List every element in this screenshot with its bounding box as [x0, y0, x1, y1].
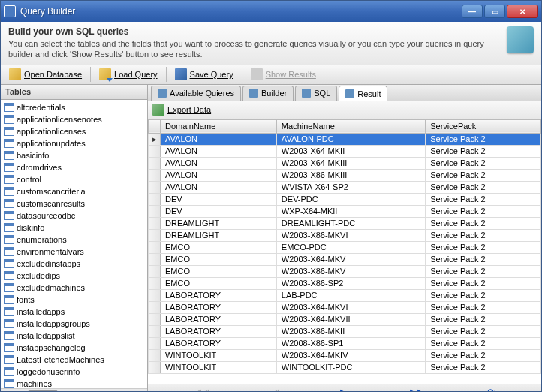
tab-sql[interactable]: SQL	[295, 86, 337, 101]
table-row[interactable]: DEVWXP-X64-MKIIService Pack 2	[149, 205, 541, 217]
table-cell: AVALON-PDC	[276, 133, 425, 145]
table-cell: Service Pack 2	[426, 361, 541, 373]
table-row[interactable]: AVALONW2003-X64-MKIIIService Pack 2	[149, 157, 541, 169]
table-row[interactable]: EMCOW2003-X86-MKVService Pack 2	[149, 265, 541, 277]
row-indicator	[149, 289, 161, 301]
table-item-label: installedappsgroups	[17, 319, 90, 328]
export-data-button[interactable]: Export Data	[167, 105, 211, 114]
table-cell: AVALON	[161, 157, 277, 169]
show-results-label: Show Results	[266, 70, 316, 79]
row-indicator	[149, 241, 161, 253]
row-indicator	[149, 337, 161, 349]
table-item[interactable]: instappschangelog	[2, 342, 146, 354]
table-item[interactable]: applicationlicenses	[2, 125, 146, 137]
table-item[interactable]: installedapps	[2, 306, 146, 318]
table-cell: AVALON	[161, 145, 277, 157]
table-row[interactable]: WINTOOLKITW2003-X64-MKIVService Pack 2	[149, 349, 541, 361]
table-cell: W2003-X86-MKVI	[276, 229, 425, 241]
column-header[interactable]: MachineName	[276, 119, 425, 133]
table-cell: Service Pack 2	[426, 301, 541, 313]
table-row[interactable]: EMCOW2003-X86-SP2Service Pack 2	[149, 277, 541, 289]
separator	[242, 67, 242, 82]
main-panel: Available QuieresBuilderSQLResult Export…	[148, 85, 541, 392]
result-grid[interactable]: DomainNameMachineNameServicePack▸AVALONA…	[148, 119, 541, 384]
tab-icon	[345, 89, 354, 98]
table-row[interactable]: LABORATORYW2003-X64-MKVIService Pack 2	[149, 301, 541, 313]
close-button[interactable]: ✕	[507, 5, 538, 18]
row-indicator	[149, 193, 161, 205]
table-item-label: fonts	[17, 295, 35, 304]
maximize-button[interactable]: ▭	[484, 5, 505, 18]
table-row[interactable]: AVALONWVISTA-X64-SP2Service Pack 2	[149, 181, 541, 193]
table-row[interactable]: AVALONW2003-X64-MKIIService Pack 2	[149, 145, 541, 157]
table-item[interactable]: excludedmachines	[2, 282, 146, 294]
tab-available-quieres[interactable]: Available Quieres	[151, 86, 241, 101]
table-item-label: control	[17, 175, 41, 184]
table-item[interactable]: excludedinstapps	[2, 258, 146, 270]
table-cell: W2003-X64-MKII	[276, 145, 425, 157]
nav-first-button[interactable]: ◁◁	[194, 387, 209, 392]
table-item[interactable]: customscanresults	[2, 198, 146, 210]
table-item[interactable]: altcredentials	[2, 101, 146, 113]
tab-result[interactable]: Result	[339, 86, 387, 101]
table-item-label: diskinfo	[17, 223, 44, 232]
table-row[interactable]: LABORATORYW2003-X86-MKIIService Pack 2	[149, 325, 541, 337]
table-item[interactable]: applicationlicensenotes	[2, 113, 146, 125]
tab-label: Available Quieres	[170, 89, 234, 98]
table-row[interactable]: EMCOEMCO-PDCService Pack 2	[149, 241, 541, 253]
table-cell: W2003-X64-MKVII	[276, 313, 425, 325]
table-row[interactable]: DREAMLIGHTW2003-X86-MKVIService Pack 2	[149, 229, 541, 241]
horizontal-scrollbar[interactable]	[1, 388, 147, 392]
tab-builder[interactable]: Builder	[242, 86, 294, 101]
save-query-button[interactable]: Save Query	[170, 66, 239, 83]
load-query-button[interactable]: Load Query	[94, 66, 162, 83]
table-item[interactable]: environmentalvars	[2, 246, 146, 258]
table-item[interactable]: machines	[2, 378, 146, 388]
table-item[interactable]: loggedonuserinfo	[2, 366, 146, 378]
table-row[interactable]: DREAMLIGHTDREAMLIGHT-PDCService Pack 2	[149, 217, 541, 229]
table-item[interactable]: cdromdrives	[2, 161, 146, 173]
column-header[interactable]: ServicePack	[426, 119, 541, 133]
table-item[interactable]: applicationupdates	[2, 137, 146, 149]
table-row[interactable]: WINTOOLKITWINTOOLKIT-PDCService Pack 2	[149, 361, 541, 373]
table-icon	[4, 259, 14, 268]
table-icon	[4, 235, 14, 244]
minimize-button[interactable]: —	[462, 5, 483, 18]
table-row[interactable]: LABORATORYLAB-PDCService Pack 2	[149, 289, 541, 301]
table-item[interactable]: installedappslist	[2, 330, 146, 342]
table-row[interactable]: ▸AVALONAVALON-PDCService Pack 2	[149, 133, 541, 145]
table-item[interactable]: basicinfo	[2, 149, 146, 161]
table-item[interactable]: customscancriteria	[2, 185, 146, 198]
nav-refresh-button[interactable]: ⟳	[487, 387, 495, 392]
table-item-label: excludedmachines	[17, 283, 85, 292]
table-cell: LABORATORY	[161, 325, 277, 337]
table-item[interactable]: datasourceodbc	[2, 210, 146, 222]
table-item[interactable]: control	[2, 173, 146, 185]
table-icon	[4, 163, 14, 172]
open-database-button[interactable]: Open Database	[4, 66, 87, 83]
table-item[interactable]: installedappsgroups	[2, 318, 146, 330]
table-item[interactable]: excludedips	[2, 270, 146, 282]
tab-icon	[249, 89, 258, 98]
table-item-label: LatestFetchedMachines	[17, 355, 104, 364]
table-item[interactable]: fonts	[2, 294, 146, 306]
table-cell: WINTOOLKIT	[161, 361, 277, 373]
table-item[interactable]: diskinfo	[2, 222, 146, 234]
table-item[interactable]: enumerations	[2, 234, 146, 246]
table-row[interactable]: EMCOW2003-X64-MKVService Pack 2	[149, 253, 541, 265]
table-item-label: enumerations	[17, 235, 67, 244]
column-header[interactable]: DomainName	[161, 119, 277, 133]
table-cell: Service Pack 2	[426, 193, 541, 205]
table-row[interactable]: LABORATORYW2003-X64-MKVIIService Pack 2	[149, 313, 541, 325]
table-row[interactable]: LABORATORYW2008-X86-SP1Service Pack 2	[149, 337, 541, 349]
table-row[interactable]: DEVDEV-PDCService Pack 2	[149, 193, 541, 205]
nav-next-button[interactable]: ▶	[340, 387, 348, 392]
folder-icon	[9, 68, 21, 80]
nav-last-button[interactable]: ▶▶	[410, 387, 425, 392]
nav-prev-button[interactable]: ◁	[271, 387, 279, 392]
table-cell: Service Pack 2	[426, 205, 541, 217]
tables-tree[interactable]: altcredentialsapplicationlicensenotesapp…	[1, 100, 147, 388]
table-row[interactable]: AVALONW2003-X86-MKIIIService Pack 2	[149, 169, 541, 181]
load-icon	[99, 68, 111, 80]
table-item[interactable]: LatestFetchedMachines	[2, 354, 146, 366]
